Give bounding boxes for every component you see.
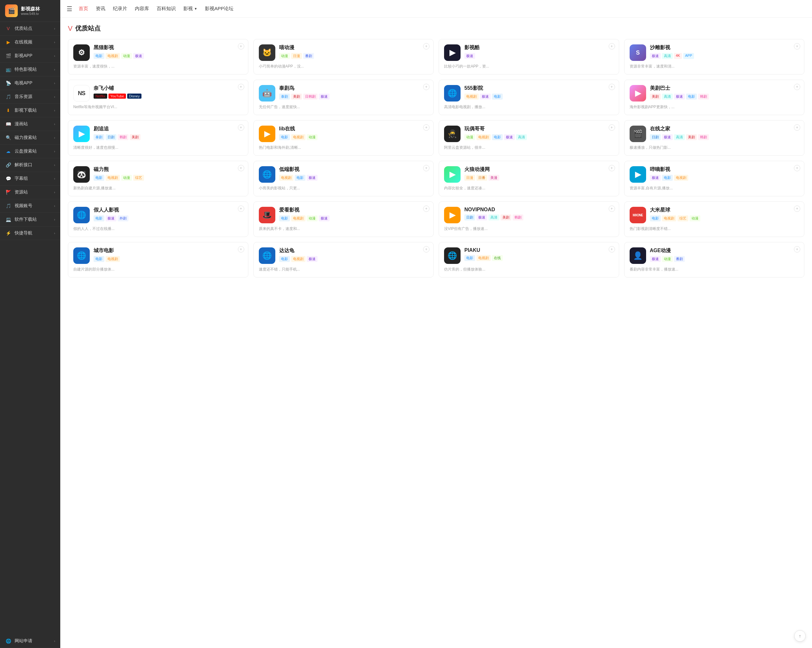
card-info-taiju: 泰剧鸟 泰剧美剧日韩剧极速 [279, 85, 429, 100]
site-card-black-cat[interactable]: + ⚙ 黑猫影视 电影电视剧动漫极速 资源丰富，速度很快，... [68, 39, 248, 75]
site-card-huolang-anime[interactable]: + ▶ 火狼动漫网 日漫日番美漫 内容比较全，速度还凑... [439, 161, 619, 196]
nav-link-forum[interactable]: 影视APP论坛 [205, 6, 234, 12]
tag-日漫: 日漫 [464, 175, 475, 181]
site-card-yingshi-ku[interactable]: + ▶ 影视酷 极速 比较小巧的一款APP，资... [439, 39, 619, 75]
card-action-555-cinema[interactable]: + [609, 84, 615, 90]
card-desc-dada-gui: 速度还不错，只能手机... [259, 267, 429, 272]
sidebar-item-music[interactable]: 🎵 音乐资源 › [0, 90, 60, 104]
tag-高清: 高清 [674, 134, 685, 140]
nav-link-documentary[interactable]: 纪录片 [113, 6, 127, 12]
sidebar-item-magnet[interactable]: 🔍 磁力搜索站 › [0, 131, 60, 145]
card-info-age-anime: AGE动漫 极速动漫番剧 [650, 247, 799, 262]
card-action-dada-gui[interactable]: + [423, 246, 429, 253]
nav-link-news[interactable]: 资讯 [96, 6, 105, 12]
sidebar-item-movie-download[interactable]: ⬇ 影视下载站 › [0, 104, 60, 117]
site-card-meiju-bus[interactable]: + ▶ 美剧巴士 美剧高清极速电影韩剧 海外影视剧APP更新快，... [624, 79, 805, 115]
sidebar-item-movie-app[interactable]: 🎬 影视APP › [0, 49, 60, 63]
site-card-nafi[interactable]: + NS 奈飞小铺 NetflixYouTubeDisney Netflix等海… [68, 79, 248, 115]
site-card-juzhuizhui[interactable]: + ▶ 剧追追 泰剧日剧韩剧美剧 清晰度很好，速度也很慢... [68, 120, 248, 156]
tag-极速: 极速 [480, 94, 491, 100]
sidebar-item-special-sites[interactable]: 📺 特色影视站 › [0, 63, 60, 76]
site-card-age-anime[interactable]: + 👤 AGE动漫 极速动漫番剧 番剧内容非常丰富，播放速... [624, 242, 805, 277]
site-card-lowend-yingshi[interactable]: + 🌐 低端影视 电视剧电影极速 小而美的影视站，只更... [253, 161, 434, 196]
site-card-555-cinema[interactable]: + 🌐 555影院 电视剧极速电影 高清电影电视剧，播放... [439, 79, 619, 115]
sidebar-arrow-movie-app: › [54, 54, 55, 58]
card-action-shadian-yingshi[interactable]: + [794, 43, 800, 49]
sidebar-item-site-apply[interactable]: 🌐 网站申请 › [0, 634, 60, 648]
sidebar-item-quality-sites[interactable]: V 优质站点 › [0, 22, 60, 35]
sidebar-item-parse-link[interactable]: 🔗 解析接口 › [0, 158, 60, 172]
sidebar-item-tv-app[interactable]: 📡 电视APP › [0, 76, 60, 90]
sidebar-item-online-video[interactable]: ▶ 在线视频 › [0, 35, 60, 49]
card-action-age-anime[interactable]: + [794, 246, 800, 253]
card-action-cili-xiong[interactable]: + [238, 165, 244, 171]
site-card-cili-xiong[interactable]: + 🐼 磁力熊 电影电视剧动漫综艺 新热剧自建片源,播放速... [68, 161, 248, 196]
site-card-piaku[interactable]: + 🌐 PIAKU 电影电视剧在线 仿片库的，但播放体验... [439, 242, 619, 277]
hamburger-icon[interactable]: ☰ [67, 5, 72, 13]
card-action-huolang-anime[interactable]: + [609, 165, 615, 171]
sidebar-item-resource[interactable]: 🚩 资源站 › [0, 186, 60, 199]
site-card-shadian-yingshi[interactable]: + S 沙雕影视 极速高清4KAPP 资源非常丰富，速度和清... [624, 39, 805, 75]
card-logo-age-anime: 👤 [630, 247, 646, 264]
site-card-bibi-yingshi[interactable]: + ▶ 哔嘀影视 极速电影电视剧 资源丰富,自有片源,播放... [624, 161, 805, 196]
site-card-novipnoad[interactable]: + ▶ NOVIPNOAD 日剧极速高清美剧韩剧 没VIP但有广告，播放速... [439, 201, 619, 237]
card-action-fake-person[interactable]: + [238, 206, 244, 212]
site-card-meow-anime[interactable]: + 🐱 喵动漫 动漫日漫番剧 小巧简单的动漫APP，没... [253, 39, 434, 75]
card-action-aikan-yingshi[interactable]: + [423, 206, 429, 212]
card-top-city-movie: 🌐 城市电影 电影电视剧 [73, 247, 243, 264]
scroll-to-top-button[interactable]: ↑ [794, 630, 806, 642]
sidebar-item-cloud-search[interactable]: ☁ 云盘搜索站 › [0, 145, 60, 158]
site-card-dami-star[interactable]: + MXONE 大米星球 电影电视剧综艺动漫 热门影视剧清晰度不错... [624, 201, 805, 237]
sidebar-item-software-download[interactable]: 💻 软件下载站 › [0, 213, 60, 226]
card-action-lowend-yingshi[interactable]: + [423, 165, 429, 171]
card-top-piaku: 🌐 PIAKU 电影电视剧在线 [444, 247, 614, 264]
card-desc-age-anime: 番剧内容非常丰富，播放速... [630, 267, 799, 272]
card-action-online-home[interactable]: + [794, 124, 800, 131]
site-card-dada-gui[interactable]: + 🌐 达达龟 电影电视剧极速 速度还不错，只能手机... [253, 242, 434, 277]
card-action-dami-star[interactable]: + [794, 206, 800, 212]
card-name-shadian-yingshi: 沙雕影视 [650, 44, 799, 51]
nav-link-content-library[interactable]: 内容库 [135, 6, 149, 12]
card-action-black-cat[interactable]: + [238, 43, 244, 49]
nav-link-wiki[interactable]: 百科知识 [157, 6, 176, 12]
card-action-yingshi-ku[interactable]: + [609, 43, 615, 49]
sidebar-logo: 🎬 影视森林 www.549.tv [0, 0, 60, 22]
site-card-online-home[interactable]: + 🎬 在线之家 日剧极速高清美剧韩剧 极速播放，只做热门影... [624, 120, 805, 156]
site-apply-label: 网站申请 [15, 638, 32, 644]
card-desc-lib-online: 热门电影和海外剧,清晰... [259, 145, 429, 150]
site-card-aikan-yingshi[interactable]: + 🎩 爱看影视 电影电视剧动漫极速 原来的真不卡，速度和... [253, 201, 434, 237]
card-info-wanouge: 玩偶哥哥 动漫电视剧电影极速高清 [464, 126, 614, 140]
site-card-city-movie[interactable]: + 🌐 城市电影 电影电视剧 自建片源的部分播放体... [68, 242, 248, 277]
site-card-taiju[interactable]: + 🤖 泰剧鸟 泰剧美剧日韩剧极速 无任何广告，速度挺快... [253, 79, 434, 115]
tag-极速: 极速 [105, 215, 116, 221]
sidebar-item-subtitle[interactable]: 💬 字幕组 › [0, 172, 60, 186]
logo-icon: 🎬 [5, 5, 18, 17]
site-card-fake-person[interactable]: + 🌐 假人人影视 电影极速外剧 假的人人，不过在线播... [68, 201, 248, 237]
sidebar-item-quick-nav[interactable]: ⚡ 快捷导航 › [0, 226, 60, 240]
site-card-lib-online[interactable]: + ▶ lib在线 电影电视剧动漫 热门电影和海外剧,清晰... [253, 120, 434, 156]
site-card-wanouge[interactable]: + 🥷 玩偶哥哥 动漫电视剧电影极速高清 阿里云盘资源站，很丰... [439, 120, 619, 156]
card-action-meow-anime[interactable]: + [423, 43, 429, 49]
sidebar-item-video-account[interactable]: 🎵 视频账号 › [0, 199, 60, 213]
nav-link-home[interactable]: 首页 [79, 6, 88, 12]
card-tags-novipnoad: 日剧极速高清美剧韩剧 [464, 214, 614, 220]
sidebar-item-comic[interactable]: 📖 漫画站 › [0, 117, 60, 131]
card-action-piaku[interactable]: + [609, 246, 615, 253]
card-action-taiju[interactable]: + [423, 84, 429, 90]
card-name-city-movie: 城市电影 [93, 247, 243, 254]
sidebar-arrow-comic: › [54, 122, 55, 126]
card-action-juzhuizhui[interactable]: + [238, 124, 244, 131]
card-action-novipnoad[interactable]: + [609, 206, 615, 212]
card-action-lib-online[interactable]: + [423, 124, 429, 131]
sidebar-label-special-sites: 特色影视站 [15, 67, 37, 72]
nav-link-movies[interactable]: 影视 ▼ [183, 6, 197, 12]
card-action-bibi-yingshi[interactable]: + [794, 165, 800, 171]
card-name-age-anime: AGE动漫 [650, 247, 799, 254]
card-action-meiju-bus[interactable]: + [794, 84, 800, 90]
tag-4K: 4K [674, 53, 682, 59]
tag-电影: 电影 [492, 94, 503, 100]
sidebar-icon-online-video: ▶ [5, 39, 11, 45]
card-action-city-movie[interactable]: + [238, 246, 244, 253]
card-action-nafi[interactable]: + [238, 84, 244, 90]
card-action-wanouge[interactable]: + [609, 124, 615, 131]
